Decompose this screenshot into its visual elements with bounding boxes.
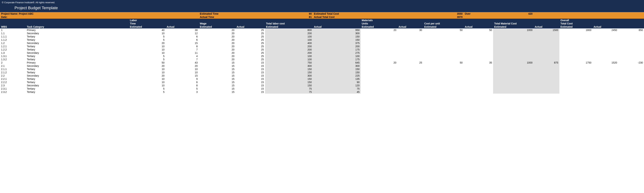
cell-ta: 8 bbox=[166, 45, 199, 48]
cell-task: Tertiary bbox=[26, 54, 129, 58]
cell-var bbox=[618, 90, 644, 94]
cell-wbs: 2.3.1 bbox=[0, 87, 26, 90]
cell-tma bbox=[534, 68, 559, 71]
cell-cpa bbox=[464, 71, 493, 74]
hdr-te: Estimated bbox=[129, 25, 166, 28]
cell-ua bbox=[398, 68, 423, 71]
cell-task: Tertiary bbox=[26, 35, 129, 38]
act-cost-label: Actual Total Cost bbox=[313, 16, 398, 19]
cell-tle: 150 bbox=[265, 71, 313, 74]
cell-ta: 12 bbox=[166, 32, 199, 35]
cell-ue bbox=[361, 71, 398, 74]
cell-oa bbox=[592, 74, 618, 77]
cell-ua: 25 bbox=[398, 61, 423, 64]
cell-wa: 15 bbox=[236, 87, 265, 90]
cell-wa: 25 bbox=[236, 38, 265, 42]
cell-cpe bbox=[423, 38, 464, 42]
cell-cpe bbox=[423, 80, 464, 84]
cell-task: Secondary bbox=[26, 32, 129, 35]
cell-we: 15 bbox=[199, 80, 236, 84]
cell-tma bbox=[534, 54, 559, 58]
cell-var bbox=[618, 64, 644, 68]
cell-task: Secondary bbox=[26, 64, 129, 68]
cell-tma bbox=[534, 90, 559, 94]
cell-tma bbox=[534, 42, 559, 45]
cell-oa: 2450 bbox=[592, 28, 618, 32]
cell-oa bbox=[592, 32, 618, 35]
cell-oa bbox=[592, 51, 618, 54]
cell-cpa bbox=[464, 32, 493, 35]
cell-tla: 175 bbox=[313, 48, 361, 51]
cell-tma bbox=[534, 84, 559, 87]
cell-ta: 11 bbox=[166, 51, 199, 54]
cell-ua bbox=[398, 45, 423, 48]
est-time-label: Estimated Time bbox=[199, 12, 265, 16]
cell-ta: 15 bbox=[166, 74, 199, 77]
cell-cpe bbox=[423, 51, 464, 54]
cell-tle: 150 bbox=[265, 68, 313, 71]
cell-oe: 1750 bbox=[560, 61, 592, 64]
cell-task: Tertiary bbox=[26, 68, 129, 71]
cell-cpa: 35 bbox=[464, 61, 493, 64]
cell-var bbox=[618, 58, 644, 61]
cell-cpe bbox=[423, 64, 464, 68]
cell-tma bbox=[534, 45, 559, 48]
cell-tla: 90 bbox=[313, 80, 361, 84]
cell-tla: 275 bbox=[313, 51, 361, 54]
cell-wbs: 1.3.2 bbox=[0, 58, 26, 61]
cell-tme bbox=[493, 54, 534, 58]
cell-wbs: 1.1.2 bbox=[0, 38, 26, 42]
hdr-cpu: Cost per unit bbox=[423, 22, 493, 25]
cell-wbs: 1.1 bbox=[0, 32, 26, 35]
cell-tle: 750 bbox=[265, 61, 313, 64]
cell-tle: 150 bbox=[265, 84, 313, 87]
cell-var bbox=[618, 32, 644, 35]
cell-tla: 45 bbox=[313, 90, 361, 94]
cell-var bbox=[618, 68, 644, 71]
cell-tme bbox=[493, 42, 534, 45]
cell-we: 15 bbox=[199, 77, 236, 80]
cell-var bbox=[618, 80, 644, 84]
cell-tme bbox=[493, 58, 534, 61]
table-row: 2.2.2Tertiary106151515090 bbox=[0, 80, 644, 84]
cell-tma bbox=[534, 38, 559, 42]
cell-task: Secondary bbox=[26, 42, 129, 45]
cell-wa: 25 bbox=[236, 42, 265, 45]
cell-ue bbox=[361, 32, 398, 35]
date-cell: Date: bbox=[0, 16, 199, 19]
cell-var bbox=[618, 54, 644, 58]
cell-tla: 150 bbox=[313, 71, 361, 74]
cell-wa: 15 bbox=[236, 84, 265, 87]
cell-tle: 300 bbox=[265, 74, 313, 77]
cell-ua bbox=[398, 77, 423, 80]
cell-wa: 25 bbox=[236, 54, 265, 58]
cell-cpa: 50 bbox=[464, 28, 493, 32]
cell-wa: 25 bbox=[236, 45, 265, 48]
cell-oa bbox=[592, 80, 618, 84]
cell-cpa bbox=[464, 68, 493, 71]
cell-tma bbox=[534, 32, 559, 35]
table-row: 2.3.1Tertiary5515157575 bbox=[0, 87, 644, 90]
cell-oa bbox=[592, 87, 618, 90]
cell-tme bbox=[493, 32, 534, 35]
cell-wbs: 1.2.1 bbox=[0, 45, 26, 48]
cell-ue bbox=[361, 64, 398, 68]
cell-oe bbox=[560, 42, 592, 45]
cell-wa: 15 bbox=[236, 90, 265, 94]
cell-wa: 25 bbox=[236, 51, 265, 54]
cell-tle: 75 bbox=[265, 90, 313, 94]
cell-cpe bbox=[423, 48, 464, 51]
cell-cpe bbox=[423, 35, 464, 38]
cell-tle: 200 bbox=[265, 51, 313, 54]
cell-task: Secondary bbox=[26, 74, 129, 77]
cell-we: 15 bbox=[199, 90, 236, 94]
cell-oe bbox=[560, 54, 592, 58]
cell-ua bbox=[398, 42, 423, 45]
hdr-units: Units bbox=[361, 22, 423, 25]
cell-tle: 300 bbox=[265, 64, 313, 68]
cell-tme bbox=[493, 71, 534, 74]
cell-ua bbox=[398, 51, 423, 54]
cell-ue bbox=[361, 38, 398, 42]
cell-tme bbox=[493, 51, 534, 54]
cell-te: 10 bbox=[129, 84, 166, 87]
